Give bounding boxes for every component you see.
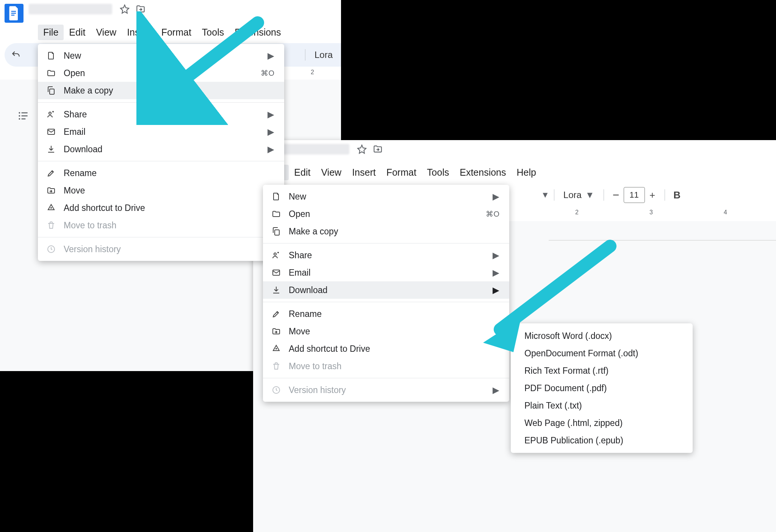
menu-file[interactable]: File [38, 25, 64, 40]
menu-item-rename[interactable]: Rename [38, 164, 284, 182]
menu-insert[interactable]: Insert [122, 25, 156, 40]
share-icon [46, 109, 56, 119]
menu-extensions[interactable]: Extensions [229, 25, 286, 40]
svg-rect-2 [11, 15, 15, 16]
menu-item-make-a-copy[interactable]: Make a copy [38, 82, 284, 99]
menu-item-email[interactable]: Email ▶ [38, 123, 284, 140]
menu-item-make-a-copy[interactable]: Make a copy [263, 223, 509, 240]
menu-view[interactable]: View [91, 25, 122, 40]
font-size-input[interactable]: 11 [624, 187, 645, 203]
menu-tools[interactable]: Tools [197, 25, 229, 40]
menu-view[interactable]: View [316, 165, 347, 180]
history-icon [271, 385, 281, 395]
star-icon[interactable] [357, 144, 367, 154]
menu-item-label: Open [64, 68, 85, 78]
menu-item-label: Rename [64, 168, 97, 178]
file-menu-popup: New ▶ Open ⌘O Make a copy Share ▶ Email [38, 44, 284, 261]
menu-item-version-history[interactable]: Version history ▶ [263, 381, 509, 399]
move-folder-icon[interactable] [136, 4, 146, 14]
font-name: Lora [563, 190, 582, 200]
menu-item-version-history[interactable]: Version history ▶ [38, 240, 284, 258]
star-icon[interactable] [120, 4, 130, 14]
download-option-label: EPUB Publication (.epub) [524, 435, 623, 446]
download-icon [271, 285, 281, 295]
share-icon [271, 250, 281, 260]
menu-item-download[interactable]: Download ▶ [38, 140, 284, 158]
menu-format[interactable]: Format [156, 25, 197, 40]
download-option-label: Plain Text (.txt) [524, 401, 582, 411]
menu-tools[interactable]: Tools [422, 165, 454, 180]
outline-toggle-icon[interactable] [17, 110, 30, 122]
menu-edit[interactable]: Edit [64, 25, 91, 40]
menu-shortcut: ⌘O [261, 69, 274, 78]
trash-icon [271, 361, 281, 371]
svg-point-3 [19, 112, 20, 114]
download-option-label: Web Page (.html, zipped) [524, 418, 623, 428]
ruler-mark-4: 4 [724, 209, 727, 216]
svg-rect-9 [50, 55, 52, 56]
menu-item-email[interactable]: Email ▶ [263, 264, 509, 281]
menu-item-move[interactable]: Move [263, 323, 509, 340]
menu-item-move[interactable]: Move [38, 182, 284, 199]
font-size-decrease[interactable]: − [609, 187, 624, 203]
chevron-right-icon: ▶ [268, 127, 274, 137]
menubar[interactable]: File Edit View Insert Format Tools Exten… [253, 164, 776, 180]
menu-item-share[interactable]: Share ▶ [38, 106, 284, 123]
copy-icon [271, 226, 281, 236]
download-option-odt[interactable]: OpenDocument Format (.odt) [511, 345, 693, 362]
new-file-icon [46, 51, 56, 61]
menu-item-add-shortcut[interactable]: Add shortcut to Drive [263, 340, 509, 357]
menu-item-new[interactable]: New ▶ [263, 188, 509, 205]
svg-point-7 [19, 118, 20, 120]
menu-item-label: Add shortcut to Drive [64, 203, 145, 213]
move-folder-icon[interactable] [373, 144, 383, 154]
download-option-html[interactable]: Web Page (.html, zipped) [511, 414, 693, 432]
menu-item-share[interactable]: Share ▶ [263, 246, 509, 264]
menu-item-download[interactable]: Download ▶ [263, 281, 509, 299]
download-option-txt[interactable]: Plain Text (.txt) [511, 397, 693, 414]
menu-edit[interactable]: Edit [289, 165, 316, 180]
menu-format[interactable]: Format [381, 165, 422, 180]
docs-logo-icon [5, 4, 23, 23]
download-option-epub[interactable]: EPUB Publication (.epub) [511, 432, 693, 449]
font-size-increase[interactable]: + [645, 187, 660, 203]
menu-item-open[interactable]: Open ⌘O [38, 64, 284, 82]
chevron-right-icon: ▶ [493, 250, 499, 261]
header [0, 0, 341, 27]
chevron-right-icon: ▶ [268, 51, 274, 61]
email-icon [271, 268, 281, 278]
menu-item-label: New [64, 51, 81, 61]
chevron-right-icon: ▶ [268, 144, 274, 154]
svg-rect-6 [22, 115, 28, 117]
menu-item-label: Move to trash [289, 361, 341, 371]
menu-item-move-to-trash: Move to trash [38, 217, 284, 234]
bold-button[interactable]: B [670, 187, 685, 203]
download-option-pdf[interactable]: PDF Document (.pdf) [511, 379, 693, 397]
chevron-right-icon: ▶ [493, 285, 499, 295]
font-dropdown[interactable]: Lora ▼ [559, 187, 599, 203]
document-title[interactable] [29, 4, 112, 14]
download-option-docx[interactable]: Microsoft Word (.docx) [511, 327, 693, 345]
dropdown-chevron-icon[interactable]: ▼ [541, 190, 549, 200]
menu-item-open[interactable]: Open ⌘O [263, 205, 509, 223]
menu-item-add-shortcut[interactable]: Add shortcut to Drive [38, 199, 284, 217]
download-option-rtf[interactable]: Rich Text Format (.rtf) [511, 362, 693, 379]
undo-button[interactable] [8, 47, 23, 62]
menubar[interactable]: File Edit View Insert Format Tools Exten… [0, 24, 341, 40]
menu-item-label: Rename [289, 309, 322, 319]
ruler-mark-2: 2 [311, 69, 314, 76]
menu-item-label: Add shortcut to Drive [289, 344, 370, 354]
chevron-right-icon: ▶ [493, 385, 499, 395]
move-folder-icon [46, 186, 56, 195]
menu-help[interactable]: Help [512, 165, 541, 180]
menu-item-label: Move to trash [64, 220, 116, 231]
menu-item-label: Download [64, 144, 102, 154]
menu-item-new[interactable]: New ▶ [38, 47, 284, 64]
download-option-label: OpenDocument Format (.odt) [524, 348, 638, 359]
menu-insert[interactable]: Insert [347, 165, 381, 180]
font-dropdown[interactable]: Lora [310, 47, 337, 62]
menu-item-label: Version history [289, 385, 346, 395]
docs-window-2: File Edit View Insert Format Tools Exten… [253, 140, 776, 532]
menu-extensions[interactable]: Extensions [454, 165, 511, 180]
menu-item-rename[interactable]: Rename [263, 305, 509, 323]
